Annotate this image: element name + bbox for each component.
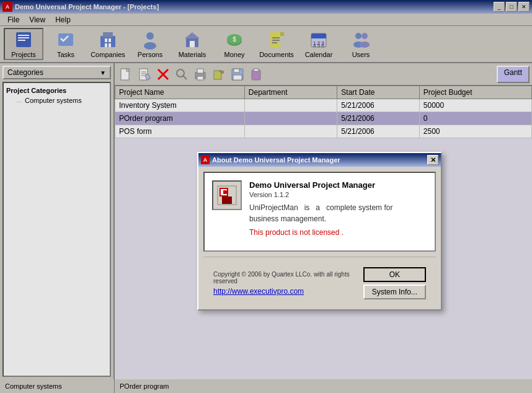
modal-close-button[interactable]: ✕	[427, 155, 438, 165]
modal-app-details: Demo Universal Project Manager Version 1…	[249, 180, 427, 237]
modal-overlay: A About Demo Universal Project Manager ✕	[0, 0, 532, 393]
website-link[interactable]: http://www.executivpro.com	[213, 287, 304, 296]
modal-footer: Copyright © 2006 by Quartex LLCo. with a…	[203, 262, 436, 304]
description-text: UniProjectMan is a complete system forbu…	[249, 202, 427, 224]
modal-body: Demo Universal Project Manager Version 1…	[198, 167, 441, 309]
modal-divider	[203, 257, 436, 257]
license-warning: This product is not licensed .	[249, 228, 427, 237]
modal-title-bar: A About Demo Universal Project Manager ✕	[198, 153, 441, 167]
ok-button[interactable]: OK	[363, 267, 426, 282]
modal-buttons: OK System Info...	[363, 267, 426, 299]
version-text: Version 1.1.2	[249, 191, 427, 198]
modal-header: Demo Universal Project Manager Version 1…	[212, 180, 427, 237]
modal-app-icon: A	[201, 156, 210, 164]
modal-app-logo	[212, 180, 242, 210]
app-name-text: Demo Universal Project Manager	[249, 180, 427, 190]
svg-rect-68	[223, 190, 227, 194]
about-dialog: A About Demo Universal Project Manager ✕	[197, 152, 442, 311]
modal-content: Demo Universal Project Manager Version 1…	[203, 172, 436, 252]
modal-title-text: About Demo Universal Project Manager	[212, 156, 340, 164]
system-info-button[interactable]: System Info...	[363, 285, 426, 299]
copyright-section: Copyright © 2006 by Quartex LLCo. with a…	[213, 271, 363, 296]
svg-rect-67	[222, 196, 232, 204]
copyright-text: Copyright © 2006 by Quartex LLCo. with a…	[213, 271, 363, 285]
